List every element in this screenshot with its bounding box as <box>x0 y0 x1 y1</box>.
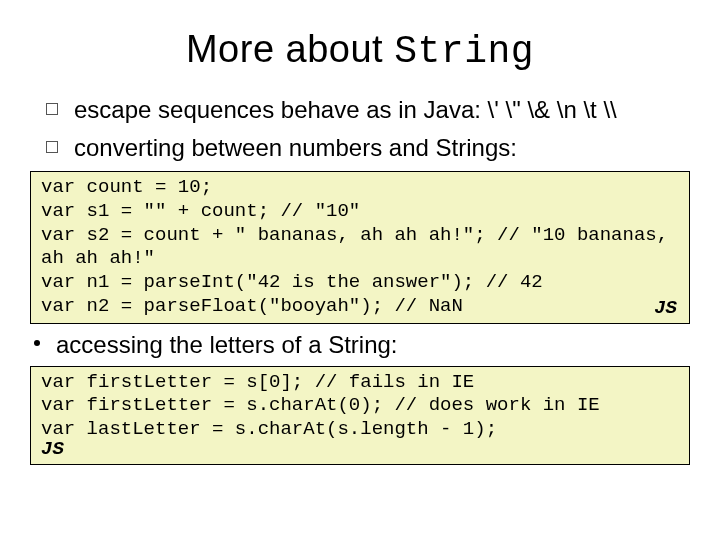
bullet-escape-sequences: escape sequences behave as in Java: \' \… <box>70 95 690 125</box>
bullet-converting: converting between numbers and Strings: <box>70 133 690 163</box>
code-lang-label-2: JS <box>41 438 64 462</box>
bullet-list-1: escape sequences behave as in Java: \' \… <box>30 95 690 163</box>
bullet-list-2: accessing the letters of a String: <box>30 330 690 360</box>
code-text-2: var firstLetter = s[0]; // fails in IE v… <box>41 371 600 441</box>
title-mono: String <box>394 30 534 73</box>
bullet-accessing-letters: accessing the letters of a String: <box>52 330 690 360</box>
title-text: More about <box>186 28 394 70</box>
code-block-conversion: var count = 10; var s1 = "" + count; // … <box>30 171 690 324</box>
code-text-1: var count = 10; var s1 = "" + count; // … <box>41 176 680 317</box>
slide: More about String escape sequences behav… <box>0 0 720 540</box>
code-block-accessing: var firstLetter = s[0]; // fails in IE v… <box>30 366 690 465</box>
code-lang-label-1: JS <box>654 297 677 321</box>
slide-title: More about String <box>30 28 690 73</box>
